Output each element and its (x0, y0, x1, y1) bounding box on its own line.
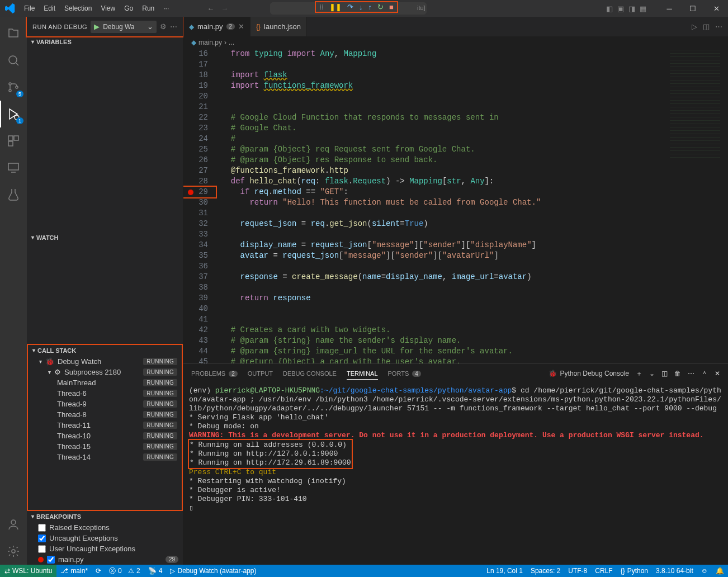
settings-gear-icon[interactable] (0, 538, 27, 565)
debug-session-indicator[interactable]: ▷Debug Watch (avatar-app) (166, 565, 260, 577)
layout-panel-icon[interactable]: ▣ (617, 4, 624, 13)
terminal-body[interactable]: (env) pierrick@LAPTOP-HKU5PNNG:~/git/goo… (183, 383, 728, 565)
close-icon[interactable]: ✕ (238, 22, 244, 31)
callstack-thread-row[interactable]: Thread-9RUNNING (28, 399, 182, 409)
debug-config-select[interactable]: ▶ Debug Wa ⌄ (91, 21, 157, 33)
accounts-icon[interactable] (0, 511, 27, 538)
breakpoint-category-row[interactable]: Uncaught Exceptions (27, 533, 183, 543)
notifications-icon[interactable]: 🔔 (712, 567, 728, 575)
tab-launch-json[interactable]: {} launch.json (250, 17, 307, 36)
run-icon[interactable]: ▷ (692, 22, 697, 31)
menu-···[interactable]: ··· (159, 2, 173, 15)
menu-run[interactable]: Run (138, 2, 159, 15)
tab-debug-console[interactable]: DEBUG CONSOLE (283, 368, 337, 379)
run-debug-title: RUN AND DEBUG (32, 23, 87, 30)
watch-section-header[interactable]: WATCH (27, 232, 183, 243)
callstack-row[interactable]: 🐞Debug WatchRUNNING (28, 356, 182, 367)
split-terminal-icon[interactable]: ◫ (661, 370, 668, 377)
python-version[interactable]: 3.8.10 64-bit (652, 567, 697, 575)
ports-indicator[interactable]: 📡4 (144, 565, 167, 577)
close-button[interactable]: ✕ (705, 0, 728, 17)
source-control-icon[interactable]: 5 (0, 74, 27, 101)
explorer-icon[interactable] (0, 20, 27, 47)
menu-go[interactable]: Go (120, 2, 138, 15)
callstack-thread-row[interactable]: Thread-11RUNNING (28, 420, 182, 431)
split-editor-icon[interactable]: ◫ (703, 22, 710, 31)
nav-forward-icon[interactable]: → (221, 4, 228, 13)
breakpoint-category-row[interactable]: Raised Exceptions (27, 522, 183, 533)
code-editor[interactable]: 1617181920212223242526272829303132333435… (183, 49, 728, 363)
close-panel-icon[interactable]: ✕ (715, 370, 720, 377)
svg-point-10 (12, 550, 15, 553)
more-icon[interactable]: ⋯ (688, 370, 694, 377)
stop-icon[interactable]: ■ (389, 3, 394, 11)
language-mode[interactable]: {}Python (617, 567, 652, 575)
callstack-thread-row[interactable]: Thread-8RUNNING (28, 409, 182, 420)
menu-selection[interactable]: Selection (60, 2, 96, 15)
cursor-position[interactable]: Ln 19, Col 1 (483, 567, 527, 575)
extensions-icon[interactable] (0, 127, 27, 154)
encoding[interactable]: UTF-8 (564, 567, 591, 575)
testing-icon[interactable] (0, 181, 27, 208)
drag-handle-icon[interactable]: ⁞⁞ (319, 3, 324, 11)
run-debug-icon[interactable]: 1 (0, 101, 27, 127)
tab-main-py[interactable]: ◆ main.py 2 ✕ (183, 17, 250, 36)
eol[interactable]: CRLF (591, 567, 616, 575)
more-icon[interactable]: ⋯ (715, 22, 722, 31)
chevron-down-icon[interactable]: ⌄ (649, 370, 655, 377)
callstack-thread-row[interactable]: Thread-6RUNNING (28, 388, 182, 399)
minimize-button[interactable]: ─ (658, 0, 681, 17)
trash-icon[interactable]: 🗑 (674, 370, 681, 377)
step-out-icon[interactable]: ↑ (368, 3, 372, 11)
callstack-thread-row[interactable]: MainThreadRUNNING (28, 377, 182, 388)
breakpoint-checkbox[interactable] (38, 545, 46, 553)
tab-ports[interactable]: PORTS4 (388, 368, 421, 379)
menu-edit[interactable]: Edit (39, 2, 60, 15)
callstack-thread-row[interactable]: Thread-14RUNNING (28, 452, 182, 462)
bug-icon: 🐞 (45, 357, 54, 366)
minimap[interactable] (670, 49, 720, 160)
tab-terminal[interactable]: TERMINAL (347, 368, 378, 380)
breakpoint-gutter-icon[interactable] (188, 190, 193, 195)
gear-icon[interactable]: ⚙ (160, 22, 167, 31)
layout-sidebar-left-icon[interactable]: ◧ (606, 4, 613, 13)
tab-problems[interactable]: PROBLEMS2 (191, 368, 238, 379)
variables-section-header[interactable]: VARIABLES (27, 36, 183, 48)
branch-indicator[interactable]: ⎇main* (56, 565, 92, 577)
callstack-section-header[interactable]: CALL STACK (28, 345, 182, 356)
layout-customize-icon[interactable]: ▦ (640, 4, 646, 13)
breakpoint-file-row[interactable]: main.py 29 (27, 554, 183, 565)
breakpoint-checkbox[interactable] (38, 524, 46, 532)
terminal-profile-select[interactable]: 🐞Python Debug Console (549, 370, 629, 377)
problems-indicator[interactable]: ⓧ0 ⚠2 (105, 565, 144, 577)
remote-explorer-icon[interactable] (0, 154, 27, 181)
indentation[interactable]: Spaces: 2 (527, 567, 564, 575)
step-over-icon[interactable]: ↷ (347, 3, 353, 11)
callstack-thread-row[interactable]: Thread-10RUNNING (28, 431, 182, 441)
menu-view[interactable]: View (96, 2, 120, 15)
restart-icon[interactable]: ↻ (377, 3, 384, 11)
nav-back-icon[interactable]: ← (207, 4, 214, 13)
maximize-button[interactable]: ☐ (681, 0, 705, 17)
search-icon[interactable] (0, 47, 27, 74)
breakpoint-category-row[interactable]: User Uncaught Exceptions (27, 543, 183, 554)
feedback-icon[interactable]: ☺ (697, 567, 712, 575)
callstack-thread-row[interactable]: Thread-15RUNNING (28, 441, 182, 452)
tab-output[interactable]: OUTPUT (248, 368, 273, 379)
maximize-panel-icon[interactable]: ＾ (701, 369, 708, 379)
callstack-row[interactable]: ⚙Subprocess 2180RUNNING (28, 367, 182, 377)
step-into-icon[interactable]: ↓ (359, 3, 363, 11)
sync-indicator[interactable]: ⟳ (92, 565, 105, 577)
term-line: * Serving Flask app 'hello_chat' (189, 413, 722, 422)
breakpoint-checkbox[interactable] (38, 535, 46, 542)
more-icon[interactable]: ⋯ (170, 22, 177, 31)
breakpoints-section-header[interactable]: BREAKPOINTS (27, 511, 183, 522)
nav-arrows: ← → (207, 4, 228, 13)
menu-file[interactable]: File (20, 2, 39, 15)
breadcrumb[interactable]: ◆ main.py › ... (183, 36, 728, 49)
remote-indicator[interactable]: ⇄WSL: Ubuntu (0, 565, 56, 577)
breakpoint-file-checkbox[interactable] (47, 556, 55, 564)
new-terminal-icon[interactable]: ＋ (636, 369, 642, 379)
pause-icon[interactable]: ❚❚ (329, 3, 342, 11)
layout-sidebar-right-icon[interactable]: ◨ (628, 4, 635, 13)
